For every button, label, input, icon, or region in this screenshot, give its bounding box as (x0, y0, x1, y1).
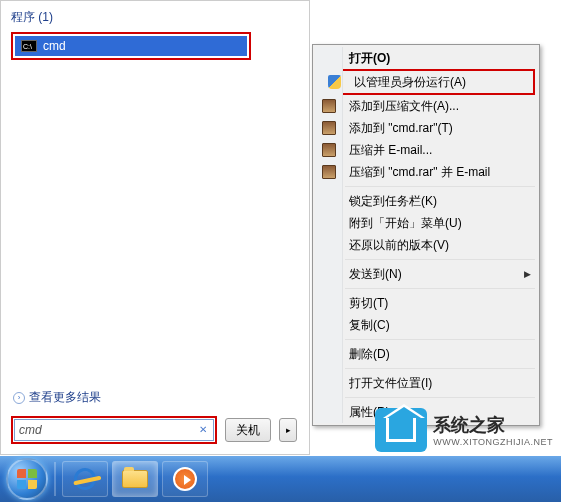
see-more-icon: › (13, 392, 25, 404)
menu-restore-previous-label: 还原以前的版本(V) (349, 237, 449, 254)
brand-title: 系统之家 (433, 413, 553, 437)
clear-search-icon[interactable]: ✕ (199, 424, 207, 435)
menu-cut[interactable]: 剪切(T) (315, 292, 537, 314)
menu-pin-taskbar[interactable]: 锁定到任务栏(K) (315, 190, 537, 212)
menu-pin-taskbar-label: 锁定到任务栏(K) (349, 193, 437, 210)
brand-url: WWW.XITONGZHIJIA.NET (433, 437, 553, 447)
menu-open-location-label: 打开文件位置(I) (349, 375, 432, 392)
menu-separator (345, 397, 535, 398)
search-input[interactable] (14, 419, 214, 441)
start-menu-panel: 程序 (1) C:\ cmd › 查看更多结果 ✕ 关机 ▸ (0, 0, 310, 455)
admin-highlight-box: 以管理员身份运行(A) (317, 69, 535, 95)
menu-compress-cmd-rar-email-label: 压缩到 "cmd.rar" 并 E-mail (349, 164, 490, 181)
menu-separator (345, 288, 535, 289)
taskbar (0, 456, 561, 502)
search-result-cmd[interactable]: C:\ cmd (15, 36, 247, 56)
menu-separator (345, 259, 535, 260)
context-menu: 打开(O) 以管理员身份运行(A) 添加到压缩文件(A)... 添加到 "cmd… (312, 44, 540, 426)
menu-add-to-cmd-rar[interactable]: 添加到 "cmd.rar"(T) (315, 117, 537, 139)
brand-text: 系统之家 WWW.XITONGZHIJIA.NET (433, 413, 553, 447)
ie-icon (72, 466, 98, 492)
brand-badge (375, 408, 427, 452)
menu-run-as-admin[interactable]: 以管理员身份运行(A) (320, 72, 532, 92)
see-more-results[interactable]: › 查看更多结果 (13, 389, 101, 406)
start-button[interactable] (6, 458, 48, 500)
shutdown-options-button[interactable]: ▸ (279, 418, 297, 442)
house-icon (386, 418, 416, 442)
menu-compress-email-label: 压缩并 E-mail... (349, 142, 432, 159)
menu-separator (345, 368, 535, 369)
taskbar-media-player[interactable] (162, 461, 208, 497)
search-highlight-box (11, 416, 217, 444)
media-player-icon (173, 467, 197, 491)
menu-send-to-label: 发送到(N) (349, 266, 402, 283)
menu-delete-label: 删除(D) (349, 346, 390, 363)
branding-watermark: 系统之家 WWW.XITONGZHIJIA.NET (375, 408, 553, 452)
menu-delete[interactable]: 删除(D) (315, 343, 537, 365)
menu-add-to-cmd-rar-label: 添加到 "cmd.rar"(T) (349, 120, 453, 137)
menu-open[interactable]: 打开(O) (315, 47, 537, 69)
menu-separator (345, 186, 535, 187)
taskbar-separator (54, 462, 56, 496)
menu-copy[interactable]: 复制(C) (315, 314, 537, 336)
shield-icon (326, 74, 342, 90)
see-more-label: 查看更多结果 (29, 389, 101, 406)
cmd-icon: C:\ (21, 40, 37, 52)
menu-cut-label: 剪切(T) (349, 295, 388, 312)
shutdown-button[interactable]: 关机 (225, 418, 271, 442)
rar-icon (321, 142, 337, 158)
menu-add-to-archive-label: 添加到压缩文件(A)... (349, 98, 459, 115)
rar-icon (321, 98, 337, 114)
taskbar-ie[interactable] (62, 461, 108, 497)
menu-run-as-admin-label: 以管理员身份运行(A) (354, 74, 466, 91)
menu-open-location[interactable]: 打开文件位置(I) (315, 372, 537, 394)
submenu-arrow-icon: ▶ (524, 269, 531, 279)
menu-pin-start-label: 附到「开始」菜单(U) (349, 215, 462, 232)
menu-restore-previous[interactable]: 还原以前的版本(V) (315, 234, 537, 256)
menu-compress-cmd-rar-email[interactable]: 压缩到 "cmd.rar" 并 E-mail (315, 161, 537, 183)
menu-add-to-archive[interactable]: 添加到压缩文件(A)... (315, 95, 537, 117)
folder-icon (122, 470, 148, 488)
menu-copy-label: 复制(C) (349, 317, 390, 334)
search-row: ✕ 关机 ▸ (11, 416, 297, 444)
menu-send-to[interactable]: 发送到(N) ▶ (315, 263, 537, 285)
menu-pin-start[interactable]: 附到「开始」菜单(U) (315, 212, 537, 234)
search-result-label: cmd (43, 39, 66, 53)
rar-icon (321, 120, 337, 136)
programs-header: 程序 (1) (11, 9, 299, 26)
result-highlight-box: C:\ cmd (11, 32, 251, 60)
menu-compress-email[interactable]: 压缩并 E-mail... (315, 139, 537, 161)
taskbar-explorer[interactable] (112, 461, 158, 497)
menu-open-label: 打开(O) (349, 50, 390, 67)
rar-icon (321, 164, 337, 180)
menu-separator (345, 339, 535, 340)
